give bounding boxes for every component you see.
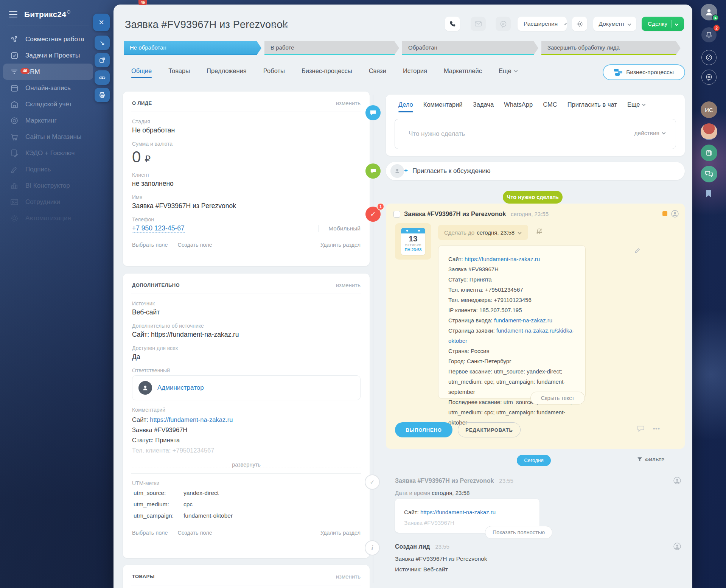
business-processes-button[interactable]: Бизнес-процессы [603, 64, 685, 80]
tab-more[interactable]: Еще [499, 67, 517, 75]
site-link[interactable]: https://fundament-na-zakaz.ru [420, 509, 496, 515]
todo-input[interactable] [408, 119, 589, 149]
composer-tab-comment[interactable]: Комментарий [423, 101, 463, 108]
chat-sync-button[interactable] [701, 70, 717, 85]
edit-section-link[interactable]: изменить [336, 282, 361, 288]
composer-tab-sms[interactable]: СМС [543, 101, 557, 108]
comment-icon[interactable] [637, 425, 645, 432]
amount-value: 0₽ [132, 149, 361, 165]
edit-section-link[interactable]: изменить [336, 573, 361, 580]
composer-tab-task[interactable]: Задача [473, 101, 494, 108]
source-value: Веб-сайт [132, 308, 361, 316]
expand-link[interactable]: развернуть [132, 462, 361, 468]
stage-not-processed[interactable]: Не обработан [124, 41, 261, 55]
chat-avatar-news[interactable] [701, 145, 717, 161]
sidebar-item-collab[interactable]: Совместная работа [3, 31, 93, 47]
email-button[interactable] [471, 17, 486, 31]
tab-products[interactable]: Товары [168, 67, 190, 75]
title-link-icon[interactable] [281, 23, 288, 30]
sidebar-item-tasks[interactable]: Задачи и Проекты [3, 47, 93, 64]
chat-avatar-photo[interactable] [701, 123, 717, 140]
hide-text-button[interactable]: Скрыть текст [530, 392, 585, 404]
person-icon[interactable] [671, 210, 679, 218]
mute-bell-icon[interactable] [536, 228, 543, 235]
collapse-button[interactable]: ↘ [95, 36, 110, 50]
sidebar-item-sign[interactable]: Подпись [3, 161, 93, 177]
lead-info-card: О ЛИДЕизменить Стадия Не обработан Сумма… [123, 92, 370, 266]
sidebar-item-automation[interactable]: Автоматизация [3, 210, 93, 226]
edit-task-button[interactable]: РЕДАКТИРОВАТЬ [458, 422, 521, 437]
settings-button[interactable] [572, 17, 587, 31]
tab-marketplace[interactable]: Маркетплейс [444, 67, 482, 75]
section-title: ТОВАРЫ [132, 574, 155, 579]
edit-section-link[interactable]: изменить [336, 100, 361, 106]
open-new-window-button[interactable] [95, 53, 110, 67]
tab-quotes[interactable]: Предложения [207, 67, 247, 75]
sidebar-item-kedo[interactable]: КЭДО + Госключ [3, 145, 93, 161]
sidebar-item-marketing[interactable]: Маркетинг [3, 112, 93, 129]
todo-pill[interactable]: Что нужно сделать [503, 191, 563, 204]
responsible-link[interactable]: Администратор [157, 384, 204, 392]
app-logo: Битрикс24 [24, 10, 70, 19]
tab-bizproc[interactable]: Бизнес-процессы [302, 67, 352, 75]
create-field-link[interactable]: Создать поле [178, 530, 212, 536]
stage-value: Не обработан [132, 126, 361, 134]
section-title: О ЛИДЕ [132, 100, 152, 106]
timeline-filter-button[interactable]: ФИЛЬТР [637, 457, 665, 462]
task-checkbox[interactable] [393, 211, 400, 218]
tab-robots[interactable]: Роботы [263, 67, 285, 75]
select-field-link[interactable]: Выбрать поле [132, 242, 168, 248]
gear-icon [576, 20, 583, 28]
sidebar-item-bi[interactable]: BI Конструктор [3, 177, 93, 194]
print-button[interactable] [95, 88, 110, 102]
select-field-link[interactable]: Выбрать поле [132, 530, 168, 536]
chat-avatar-group[interactable] [701, 166, 717, 182]
menu-hamburger-icon[interactable] [9, 11, 17, 19]
entry-page-link[interactable]: fundament-na-zakaz.ru [494, 317, 552, 324]
composer-tab-whatsapp[interactable]: WhatsApp [504, 101, 533, 108]
create-deal-button[interactable]: Сделку [642, 17, 684, 31]
tab-general[interactable]: Общие [131, 67, 152, 75]
extensions-button[interactable]: Расширения [518, 17, 567, 31]
sidebar-item-inventory[interactable]: Складской учёт [3, 96, 93, 112]
chat-avatar-initials[interactable]: ИС [701, 101, 717, 118]
actions-dropdown[interactable]: действия [634, 130, 665, 137]
invite-discussion-button[interactable]: + Пригласить к обсуждению [386, 162, 685, 180]
show-more-button[interactable]: Показать полностью [485, 526, 552, 539]
composer-tab-deal[interactable]: Дело [398, 101, 413, 108]
create-field-link[interactable]: Создать поле [178, 242, 212, 248]
openline-button[interactable] [496, 17, 511, 31]
history-date-row: Дата и время сегодня, 23:58 [395, 490, 469, 496]
call-button[interactable] [445, 17, 460, 31]
composer-tab-invite-chat[interactable]: Пригласить в чат [567, 101, 617, 108]
deadline-dropdown[interactable]: Сделать до сегодня, 23:58 [438, 225, 528, 240]
stage-finish[interactable]: Завершить обработку лида [541, 41, 681, 55]
printer-icon [99, 92, 105, 98]
sidebar-item-crm[interactable]: 46 CRM [3, 64, 93, 80]
copy-link-button[interactable] [95, 70, 110, 85]
more-actions-icon[interactable]: ••• [653, 425, 660, 432]
support-button[interactable] [701, 50, 717, 65]
calendar-header [401, 228, 425, 233]
tab-links[interactable]: Связи [369, 67, 386, 75]
person-icon[interactable] [673, 477, 681, 484]
close-panel-button[interactable]: × [93, 14, 110, 31]
bookmark-icon[interactable] [704, 189, 713, 198]
edit-title-icon[interactable] [271, 23, 277, 29]
sidebar-item-booking[interactable]: Онлайн-запись [3, 80, 93, 96]
site-link[interactable]: https://fundament-na-zakaz.ru [465, 256, 540, 262]
delete-section-link[interactable]: Удалить раздел [320, 242, 361, 248]
sidebar-item-sites[interactable]: Сайты и Магазины [3, 129, 93, 145]
stage-in-progress[interactable]: В работе [264, 41, 399, 55]
edit-note-icon[interactable] [634, 247, 640, 254]
phone-link[interactable]: +7 950 123-45-67 [132, 224, 185, 233]
composer-tab-more[interactable]: Еще [627, 101, 645, 108]
comment-site-link[interactable]: https://fundament-na-zakaz.ru [150, 416, 233, 423]
document-button[interactable]: Документ [593, 17, 636, 31]
person-icon[interactable] [673, 543, 681, 550]
stage-processed[interactable]: Обработан [402, 41, 538, 55]
sidebar-item-staff[interactable]: Сотрудники [3, 194, 93, 210]
delete-section-link[interactable]: Удалить раздел [320, 530, 361, 536]
done-button[interactable]: ВЫПОЛНЕНО [395, 422, 452, 437]
tab-history[interactable]: История [403, 67, 427, 75]
